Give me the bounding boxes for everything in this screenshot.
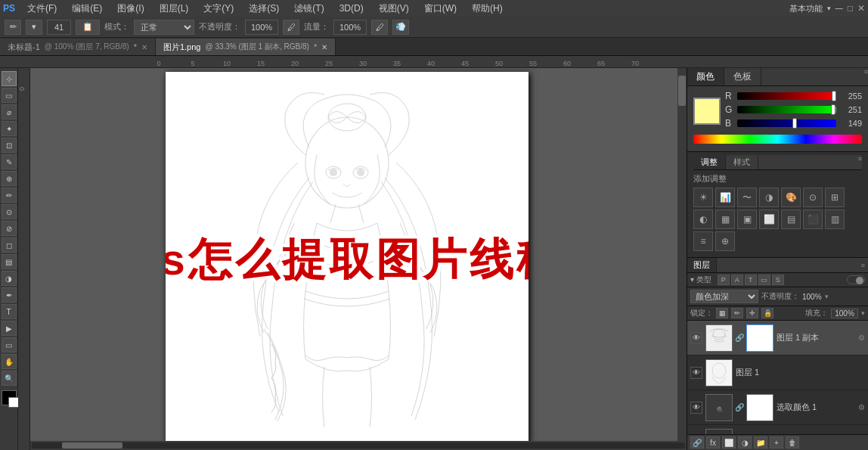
opacity-input[interactable]	[245, 20, 278, 35]
tab-image1-close[interactable]: ✕	[321, 43, 327, 51]
adjust-channelmixer-icon[interactable]: ▣	[737, 209, 757, 229]
brush-settings-btn[interactable]: ▾	[26, 20, 42, 35]
delete-layer-btn[interactable]: 🗑	[786, 436, 799, 448]
tool-shape[interactable]: ▭	[2, 337, 17, 352]
tool-pen[interactable]: ✒	[2, 287, 17, 303]
opacity-options-btn[interactable]: 🖊	[283, 20, 299, 35]
airbrush-btn[interactable]: 💨	[392, 20, 409, 35]
adjust-brightness-icon[interactable]: ☀	[693, 188, 713, 207]
tool-gradient[interactable]: ▤	[2, 254, 17, 269]
layer-item-0[interactable]: 👁 🔗 图层 1 副	[687, 321, 868, 355]
tool-history-brush[interactable]: ⊘	[2, 221, 17, 236]
lock-image-btn[interactable]: ✏	[731, 308, 743, 318]
adjust-photofilter-icon[interactable]: ▦	[715, 209, 735, 229]
lock-pixels-btn[interactable]: ▦	[716, 308, 728, 318]
blend-mode-select[interactable]: 正常	[134, 20, 194, 35]
layer-settings-2[interactable]: ⚙	[858, 403, 865, 411]
filter-shape-icon[interactable]: ▭	[758, 275, 770, 285]
add-layer-btn[interactable]: +	[770, 436, 783, 448]
menu-text[interactable]: 文字(Y)	[200, 2, 237, 15]
lock-position-btn[interactable]: ✛	[746, 308, 758, 318]
b-slider[interactable]	[737, 119, 836, 127]
minimize-btn[interactable]: ─	[835, 2, 843, 14]
menu-view[interactable]: 视图(V)	[376, 2, 412, 15]
color-swatch[interactable]	[693, 98, 721, 125]
filter-adjust-icon[interactable]: A	[731, 275, 743, 285]
filter-toggle[interactable]	[847, 275, 865, 284]
tool-eraser[interactable]: ◻	[2, 237, 17, 253]
menu-select[interactable]: 选择(S)	[246, 2, 282, 15]
swatches-tab[interactable]: 色板	[724, 68, 761, 85]
tool-eyedropper[interactable]: ✎	[2, 154, 17, 169]
canvas-document[interactable]: ps怎么提取图片线稿	[166, 72, 529, 442]
adjustments-tab[interactable]: 调整	[693, 155, 726, 169]
tool-dodge[interactable]: ◑	[2, 271, 17, 286]
tool-zoom[interactable]: 🔍	[2, 371, 17, 386]
adjust-posterize-icon[interactable]: ⬛	[803, 209, 823, 229]
tool-select-rect[interactable]: ▭	[2, 88, 17, 103]
spectrum-bar[interactable]	[693, 135, 862, 144]
tool-crop[interactable]: ⊡	[2, 138, 17, 153]
workspace-dropdown-icon[interactable]: ▾	[827, 5, 831, 12]
g-slider[interactable]	[737, 106, 836, 113]
tool-type[interactable]: T	[2, 304, 17, 319]
layer-eye-2[interactable]: 👁	[690, 402, 702, 414]
menu-3d[interactable]: 3D(D)	[336, 3, 367, 14]
r-slider[interactable]	[737, 92, 836, 100]
link-layers-btn[interactable]: 🔗	[690, 436, 704, 448]
add-group-btn[interactable]: 📁	[754, 436, 767, 448]
adjust-levels-icon[interactable]: 📊	[715, 188, 735, 207]
hscroll-thumb[interactable]	[62, 442, 122, 448]
layer-item-1[interactable]: 👁 图层 1	[687, 355, 868, 390]
layers-panel-menu-icon[interactable]: ≡	[861, 262, 865, 269]
adjust-selectivecolor-icon[interactable]: ⊕	[715, 231, 735, 251]
adjust-curves-icon[interactable]: 〜	[737, 188, 757, 207]
layer-item-3[interactable]: 👁 图层 0 副本 2 ⚙	[687, 425, 868, 434]
adjust-panel-menu-icon[interactable]: ≡	[858, 155, 862, 169]
add-style-btn[interactable]: fx	[706, 436, 720, 448]
brush-picker-btn[interactable]: 📋	[76, 20, 100, 35]
vertical-scrollbar[interactable]	[677, 68, 687, 441]
flow-options-btn[interactable]: 🖊	[371, 20, 388, 35]
adjust-colorlookup-icon[interactable]: ⬜	[759, 209, 779, 229]
tool-heal[interactable]: ⊕	[2, 171, 17, 186]
adjust-hue-icon[interactable]: ⊙	[803, 188, 823, 207]
adjust-bw-icon[interactable]: ◐	[693, 209, 713, 229]
adjust-threshold-icon[interactable]: ▥	[825, 209, 845, 229]
adjust-gradientmap-icon[interactable]: ≡	[693, 231, 713, 251]
tool-clone[interactable]: ⊙	[2, 204, 17, 219]
layers-blend-mode-select[interactable]: 颜色加深	[690, 290, 758, 303]
fg-bg-colors[interactable]	[2, 390, 17, 405]
close-btn[interactable]: ✕	[857, 3, 865, 14]
tab-untitled-close[interactable]: ✕	[141, 43, 147, 51]
vertical-scrollbar-thumb[interactable]	[678, 76, 686, 106]
layers-tab[interactable]: 图层	[687, 258, 717, 272]
add-mask-btn[interactable]: ⬜	[722, 436, 736, 448]
filter-pixel-icon[interactable]: P	[718, 275, 730, 285]
menu-help[interactable]: 帮助(H)	[469, 2, 506, 15]
add-adjustment-btn[interactable]: ◑	[738, 436, 752, 448]
adjust-vibrance-icon[interactable]: 🎨	[781, 188, 801, 207]
layer-eye-0[interactable]: 👁	[690, 332, 702, 344]
tool-path-select[interactable]: ▶	[2, 321, 17, 336]
layers-opacity-dropdown-icon[interactable]: ▾	[825, 293, 829, 300]
layer-settings-0[interactable]: ⚙	[858, 334, 865, 342]
color-panel-menu-icon[interactable]: ≡	[864, 68, 868, 85]
styles-tab[interactable]: 样式	[726, 155, 758, 169]
tool-move[interactable]: ⊹	[2, 71, 17, 86]
adjust-colorbalance-icon[interactable]: ⊞	[825, 188, 845, 207]
adjust-exposure-icon[interactable]: ◑	[759, 188, 779, 207]
brush-size-input[interactable]: 41	[47, 20, 71, 35]
lock-all-btn[interactable]: 🔒	[761, 308, 773, 318]
tool-magic-wand[interactable]: ✦	[2, 121, 17, 136]
tool-lasso[interactable]: ⌀	[2, 104, 17, 119]
filter-text-icon[interactable]: T	[745, 275, 757, 285]
menu-file[interactable]: 文件(F)	[24, 2, 60, 15]
tab-image1[interactable]: 图片1.png @ 33.3% (图层 1 副本, RGB/8) * ✕	[156, 39, 336, 55]
horizontal-scrollbar[interactable]	[30, 441, 687, 450]
layer-eye-1[interactable]: 👁	[690, 367, 702, 379]
adjust-invert-icon[interactable]: ▤	[781, 209, 801, 229]
menu-image[interactable]: 图像(I)	[114, 2, 147, 15]
tool-hand[interactable]: ✋	[2, 354, 17, 369]
menu-filter[interactable]: 滤镜(T)	[291, 2, 327, 15]
